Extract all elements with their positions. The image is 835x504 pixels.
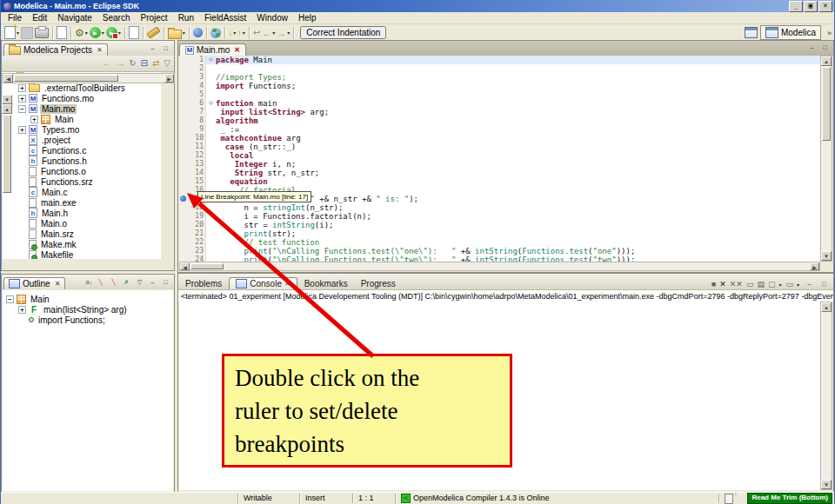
minimize-view-icon[interactable]: – (147, 43, 158, 54)
minimize-view-icon[interactable]: – (147, 277, 158, 288)
open-perspective-icon[interactable] (745, 27, 758, 38)
tree-item-main-mo[interactable]: −MMain.mo (3, 103, 161, 114)
annotation-ruler[interactable] (179, 160, 187, 169)
document-icon[interactable] (57, 26, 67, 39)
scroll-down-icon[interactable]: ▼ (821, 251, 832, 261)
collapse-all-icon[interactable]: ⊟ (141, 58, 148, 69)
tree-item-make-mk[interactable]: +Make.mk (3, 239, 161, 249)
tree-item-main-exe[interactable]: +main.exe (3, 197, 161, 208)
annotation-ruler[interactable] (179, 56, 187, 64)
minimize-editor-icon[interactable]: – (806, 43, 818, 53)
annotation-ruler[interactable] (179, 116, 187, 125)
annotation-ruler[interactable] (179, 177, 187, 186)
open-resource-icon[interactable] (168, 27, 182, 39)
print-icon[interactable] (35, 28, 49, 38)
annotation-ruler[interactable] (179, 134, 187, 143)
tree-item--externaltoolbuilders[interactable]: +.externalToolBuilders (3, 83, 161, 93)
annotation-ruler[interactable] (179, 64, 187, 73)
annotation-ruler[interactable] (179, 143, 187, 151)
menu-window[interactable]: Window (251, 13, 293, 23)
line-number[interactable]: 9 (187, 125, 205, 134)
terminate-icon[interactable]: ■ (711, 280, 716, 288)
menu-search[interactable]: Search (97, 13, 136, 23)
line-number[interactable]: 19 (187, 212, 205, 221)
tree-item-main-h[interactable]: +hMain.h (3, 208, 161, 218)
tab-outline[interactable]: Outline ✕ (3, 277, 65, 289)
clear-console-icon[interactable]: ▭ (746, 280, 754, 288)
close-icon[interactable]: ✕ (97, 46, 103, 54)
menu-project[interactable]: Project (136, 13, 173, 23)
sort-icon[interactable]: a↓ (85, 277, 93, 288)
menu-help[interactable]: Help (293, 13, 322, 23)
annotation-ruler[interactable] (179, 186, 187, 195)
tree-item-main-srz[interactable]: +Main.srz (3, 229, 161, 239)
pin-console-icon[interactable]: ▢ (768, 280, 776, 288)
restore-button[interactable]: ▣ (804, 1, 818, 12)
line-number[interactable]: 1 (187, 56, 205, 64)
dropdown-arrow-icon[interactable]: ▾ (287, 30, 290, 36)
annotation-ruler[interactable] (179, 151, 187, 160)
previous-annotation-icon[interactable]: ↑ (237, 29, 242, 37)
hide-static-icon[interactable]: ╲ (108, 277, 119, 288)
open-console-dropdown-icon[interactable]: ▾ (797, 282, 799, 288)
annotation-ruler[interactable] (179, 247, 187, 255)
projects-vertical-scrollbar[interactable]: ▲ ▼ (1, 103, 13, 105)
close-button[interactable]: × (818, 1, 832, 12)
minimize-view-icon[interactable]: – (804, 279, 815, 289)
perspective-overflow-chevron[interactable]: » (827, 29, 832, 37)
search-icon[interactable] (147, 30, 160, 36)
tree-item-functions-srz[interactable]: +Functions.srz (3, 176, 161, 187)
maximize-view-icon[interactable]: □ (160, 277, 171, 288)
code-editor[interactable]: Line Breakpoint: Main.mo [line: 17] 1⊖pa… (179, 56, 820, 262)
menu-navigate[interactable]: Navigate (52, 13, 97, 23)
forward-icon[interactable]: → (277, 28, 286, 38)
line-number[interactable]: 18 (187, 203, 205, 212)
line-number[interactable]: 14 (187, 169, 205, 177)
annotation-ruler[interactable] (179, 73, 187, 82)
filter-icon[interactable]: ✗ (121, 277, 132, 288)
expand-icon[interactable]: + (18, 84, 26, 92)
run-icon[interactable]: ▶ (90, 27, 101, 38)
expand-icon[interactable]: + (18, 95, 26, 103)
blue-sphere-icon[interactable] (193, 28, 203, 37)
maximize-view-icon[interactable]: □ (818, 279, 830, 289)
fold-collapse-icon[interactable]: ⊖ (205, 56, 216, 64)
save-icon[interactable] (21, 27, 33, 39)
tree-item-functions-c[interactable]: +cFunctions.c (3, 145, 161, 156)
dropdown-arrow-icon[interactable]: ▾ (118, 30, 121, 36)
line-number[interactable]: 10 (187, 134, 205, 143)
scroll-thumb[interactable] (190, 263, 224, 269)
console-vertical-scrollbar[interactable]: ▲ ▼ (820, 302, 832, 490)
last-edit-location-icon[interactable]: ↩ (253, 28, 260, 37)
scroll-down-icon[interactable]: ▼ (2, 95, 12, 104)
expand-icon[interactable]: + (18, 126, 26, 134)
dropdown-arrow-icon[interactable]: ▾ (102, 30, 104, 36)
perspective-modelica-button[interactable]: Modelica (760, 25, 821, 40)
tree-item-main[interactable]: −Main (3, 294, 173, 304)
annotation-ruler[interactable] (179, 195, 187, 203)
line-number[interactable]: 13 (187, 160, 205, 169)
annotation-ruler[interactable] (179, 99, 187, 108)
annotation-ruler[interactable] (179, 203, 187, 212)
line-number[interactable]: 12 (187, 151, 205, 160)
new-wizard-icon[interactable] (4, 26, 16, 39)
projects-horizontal-scrollbar[interactable]: ◀ ▶ (3, 73, 175, 83)
tree-item-main[interactable]: +Main (3, 114, 161, 124)
scroll-right-icon[interactable]: ▶ (164, 74, 174, 83)
tab-main-mo[interactable]: M Main.mo ✕ (179, 43, 246, 56)
tree-item-main-c[interactable]: +cMain.c (3, 187, 161, 197)
line-number[interactable]: 11 (187, 143, 205, 151)
fold-collapse-icon[interactable]: ⊖ (205, 99, 216, 108)
tree-item-main-list-string-arg-[interactable]: +Fmain(list<String> arg) (3, 304, 173, 315)
menu-edit[interactable]: Edit (27, 13, 52, 23)
tab-progress[interactable]: Progress (355, 278, 402, 289)
expand-icon[interactable]: + (30, 116, 38, 123)
tree-item-functions-h[interactable]: +hFunctions.h (3, 156, 161, 166)
annotation-ruler[interactable] (179, 90, 187, 99)
editor-vertical-scrollbar[interactable]: ▲ ▼ (820, 56, 832, 262)
annotation-ruler[interactable] (179, 229, 187, 238)
line-number[interactable]: 5 (187, 90, 205, 99)
tree-item-functions-mo[interactable]: +MFunctions.mo (3, 93, 161, 103)
annotation-ruler[interactable] (179, 82, 187, 90)
menu-run[interactable]: Run (173, 13, 199, 23)
